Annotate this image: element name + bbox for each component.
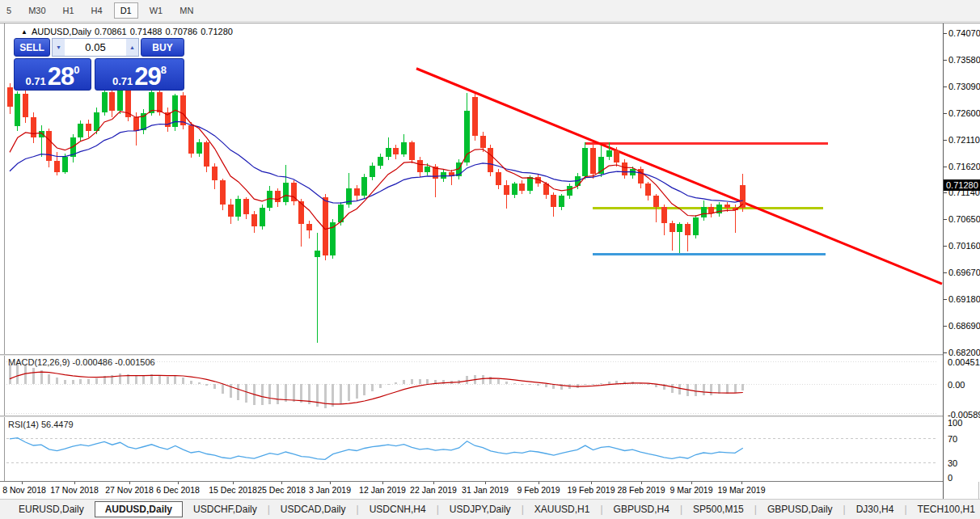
chart-tab-eurusd-daily[interactable]: EURUSD,Daily [8,501,95,517]
date-axis-label: 19 Feb 2019 [568,485,615,495]
date-tick [591,482,592,484]
ohlc-close: 0.71280 [201,27,233,36]
ask-pips: 29 [134,65,160,87]
date-axis[interactable]: 8 Nov 201817 Nov 201827 Nov 20186 Dec 20… [0,482,943,499]
chart-symbol-ohlc: ▲AUDUSD,Daily0.708610.714880.707860.7128… [21,27,236,36]
bid-price-button[interactable]: 0.71280 [14,58,91,91]
sell-button[interactable]: SELL [14,38,50,57]
price-axis-label: 0.70650 [948,214,980,224]
panel-splitter-macd[interactable] [0,354,980,356]
chart-tab-xauusd-h1[interactable]: XAUUSD,H1 [524,501,601,517]
date-tick [178,482,179,484]
ohlc-open: 0.70861 [95,27,127,36]
lot-size-input[interactable]: 0.05 [65,39,126,56]
rsi-axis-label: 30 [948,458,957,468]
chart-tab-gbpusd-h4[interactable]: GBPUSD,H4 [603,501,680,517]
timeframe-button-h1[interactable]: H1 [57,3,80,18]
lot-increase-icon[interactable]: ▲ [126,39,138,56]
date-tick [382,482,383,484]
price-axis-label: 0.71620 [948,162,980,171]
date-tick [691,482,692,484]
timeframe-button-m30[interactable]: M30 [23,3,51,18]
date-tick [281,482,282,484]
price-axis-label: 0.73090 [948,82,980,91]
price-axis-label: 0.73580 [948,55,980,65]
macd-axis-label: 0.00 [948,380,965,390]
chart-tab-usdcad-daily[interactable]: USDCAD,Daily [270,501,357,517]
date-tick [539,482,539,484]
chart-tab-usdcnh-h4[interactable]: USDCNH,H4 [359,501,437,517]
macd-axis-label: 0.004517 [948,357,980,367]
lot-decrease-icon[interactable]: ▼ [53,39,65,56]
date-tick [641,482,642,484]
rsi-axis-label: 0 [948,473,953,483]
chart-tab-usdjpy-daily[interactable]: USDJPY,Daily [439,501,522,517]
price-axis-label: 0.74070 [948,28,980,38]
chart-tab-usdchf-daily[interactable]: USDCHF,Daily [183,501,268,517]
panel-splitter-rsi[interactable] [0,416,980,417]
date-tick [74,482,75,484]
ask-point: 8 [161,64,167,76]
date-axis-label: 27 Nov 2018 [105,485,154,495]
collapse-arrow-icon[interactable]: ▲ [21,28,27,36]
timeframe-button-mn[interactable]: MN [174,3,199,18]
chart-tab-dj30-h4[interactable]: DJ30,H4 [846,501,905,517]
bid-point: 0 [74,64,79,76]
ask-prefix: 0.71 [112,76,133,87]
date-axis-label: 6 Dec 2018 [156,485,200,495]
price-axis-label: 0.69670 [948,268,980,277]
ohlc-low: 0.70786 [165,27,197,36]
date-tick [330,482,331,484]
bid-pips: 28 [48,65,74,87]
macd-indicator-label: MACD(12,26,9) -0.000486 -0.001506 [8,357,155,367]
chart-tab-gbpusd-daily[interactable]: GBPUSD,Daily [757,501,843,517]
date-axis-label: 12 Jan 2019 [359,485,406,495]
timeframe-button-d1[interactable]: D1 [114,2,138,19]
chart-tab-tech100-h1[interactable]: TECH100,H1 [907,501,980,517]
date-axis-label: 19 Mar 2019 [718,485,766,495]
date-tick [741,482,742,484]
lot-size-group: ▼ 0.05 ▲ [52,38,139,57]
mt4-window: 5M30H1H4D1W1MN ▲AUDUSD,Daily0.708610.714… [0,0,980,519]
date-tick [129,482,130,484]
date-axis-label: 9 Mar 2019 [670,485,712,495]
date-axis-label: 25 Dec 2018 [257,485,306,495]
date-tick [433,482,434,484]
date-axis-label: 28 Feb 2019 [618,485,665,495]
buy-button[interactable]: BUY [141,38,184,57]
price-axis-label: 0.68690 [948,321,980,331]
price-axis-label: 0.72110 [948,135,980,145]
date-axis-label: 9 Feb 2019 [517,485,560,495]
timeframe-toolbar: 5M30H1H4D1W1MN [0,0,980,22]
one-click-trading-panel: SELL ▼ 0.05 ▲ BUY 0.71280 0.71298 [14,38,184,91]
chart-tab-audusd-daily[interactable]: AUDUSD,Daily [95,501,183,517]
chart-tab-bar: EURUSD,DailyAUDUSD,DailyUSDCHF,Daily|USD… [0,499,980,519]
price-axis-label: 0.72600 [948,108,980,118]
ohlc-high: 0.71488 [130,27,163,36]
date-axis-label: 8 Nov 2018 [2,485,46,495]
bid-prefix: 0.71 [25,76,45,87]
chart-tab-sp500-m15[interactable]: SP500,M15 [682,501,754,517]
timeframe-button-w1[interactable]: W1 [144,3,169,18]
price-axis-label: 0.68200 [948,348,980,357]
ask-price-button[interactable]: 0.71298 [95,58,184,91]
date-tick [233,482,234,484]
price-axis-label: 0.70160 [948,241,980,251]
symbol-label: AUDUSD,Daily [32,27,91,36]
timeframe-button-h4[interactable]: H4 [86,3,108,18]
date-tick [485,482,486,484]
current-price-badge: 0.71280 [944,179,980,191]
rsi-axis-label: 100 [948,418,962,428]
date-axis-label: 31 Jan 2019 [462,485,509,495]
price-axis-label: 0.69180 [948,294,980,304]
timeframe-button-5[interactable]: 5 [1,3,17,18]
rsi-indicator-label: RSI(14) 56.4479 [8,420,74,429]
date-tick [22,482,23,484]
date-axis-label: 15 Dec 2018 [209,485,257,495]
date-axis-label: 3 Jan 2019 [309,485,351,495]
price-chart[interactable] [0,23,943,482]
date-axis-label: 17 Nov 2018 [50,485,99,495]
rsi-axis-label: 70 [948,434,957,444]
date-axis-label: 22 Jan 2019 [410,485,457,495]
